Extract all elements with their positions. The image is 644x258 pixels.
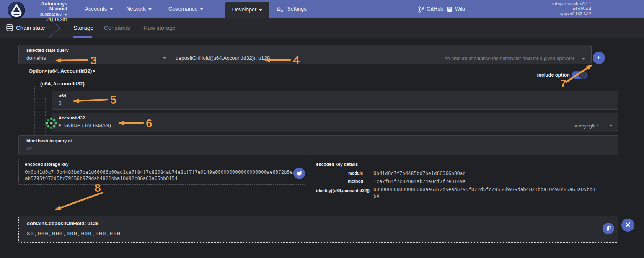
close-icon [625,222,631,227]
detail-identity-label: identity((u64,accountid32)) [316,186,363,193]
annotation-number-7: 7 [560,77,567,90]
wiki-label: Wiki [455,6,465,12]
account-address-short[interactable]: sub5ycgtk7… [573,123,603,129]
menu-governance[interactable]: Governance [168,0,203,18]
menu-settings[interactable]: ⚙⚙ Settings [276,0,307,18]
detail-identity-value: 000000000000000000ae6372b5eab5795f072d5f… [373,186,599,199]
book-icon [447,6,452,12]
tab-raw-storage[interactable]: Raw storage [143,18,176,38]
tab-bar: Chain state Storage Constants Raw storag… [0,18,644,38]
database-icon [6,24,13,32]
param-account-label: AccountId32 [59,116,85,120]
method-description: The amount of balance the nominator hold… [442,56,574,61]
gear-small-icon: ⚙ [280,9,284,13]
chevron-down-icon [110,8,113,10]
close-result-button[interactable] [621,219,634,232]
tab-storage[interactable]: Storage [73,18,94,38]
account-name-value[interactable]: GUIDE (TALISMAN) [59,122,111,128]
chevron-down-icon [259,9,262,11]
chevron-down-icon [148,8,152,10]
chevron-down-icon [610,125,613,127]
menu-accounts-label: Accounts [85,6,107,12]
param-u64-label: u64 [59,93,66,98]
pallet-select[interactable]: domains [26,55,46,61]
result-label: domains.depositOnHold: u128 [27,220,99,226]
network-info: Autonomys Mainnet subspace/5 #4,016,301 [25,2,67,22]
apps-version: apps v0.162.2-12 [505,11,591,16]
option-type-label: Option<(u64, AccountId32)> [29,68,95,74]
param-u64-input[interactable]: 0 [59,100,62,106]
include-option-label: include option [520,72,570,78]
chevron-down-icon [582,58,585,60]
autonomys-logo-icon [8,2,25,19]
account-name-text: GUIDE (TALISMAN) [64,122,111,128]
detail-module-label: module [316,170,363,175]
annotation-arrow-8 [56,193,103,209]
api-version: api v16.4.4 [505,7,591,11]
github-label: GitHub [427,6,443,12]
toggle-knob [579,72,586,79]
version-info: subspace-node v0.1.1 api v16.4.4 apps v0… [505,2,591,16]
chevron-down-icon [64,14,67,16]
menu-developer-label: Developer [232,7,257,13]
encoded-storage-key-box: encoded storage key 0x0b41d0c7f7b4485bd7… [18,159,305,185]
git-branch-icon [418,6,424,13]
tuple-type-label: (u64, AccountId32) [40,81,85,87]
menu-accounts[interactable]: Accounts [85,0,113,18]
encoded-key-details-label: encoded key details [316,162,358,167]
menu-settings-label: Settings [287,6,307,12]
param-u64-box: u64 0 [52,91,618,110]
menu-network-label: Network [126,6,146,12]
blockhash-label: blockhash to query at [26,139,72,143]
active-tab-underline [73,36,92,38]
tab-constants[interactable]: Constants [104,18,130,38]
copy-icon [606,225,611,231]
result-value: 80,000,000,000,000,000,000 [27,230,121,237]
include-option-toggle[interactable] [572,71,587,79]
blockhash-box: blockhash to query at [18,135,618,155]
query-label: selected state query [26,48,69,52]
detail-method-label: method [316,178,363,183]
detail-module-value: 0b41d0c7f7b4485bd7be1d66066b00ad [373,170,603,176]
param-account-box: AccountId32 GUIDE (TALISMAN) sub5ycgtk7… [52,113,618,132]
param-indent-guide [24,75,24,135]
github-link[interactable]: GitHub [418,0,443,18]
best-block-number: #4,016,301 [25,17,67,22]
autonomys-logo[interactable] [8,2,25,19]
detail-method-value: 1ca7f84f7c82084ab74e8cf7f7e0149a [373,178,603,185]
add-query-button[interactable]: + [593,52,605,64]
node-version: subspace-node v0.1.1 [505,2,591,7]
query-result-box: domains.depositOnHold: u128 80,000,000,0… [18,216,618,243]
param-indent-guide [34,86,35,135]
menu-developer-active[interactable]: Developer [225,2,269,18]
chain-label: subspace/5 [40,12,62,16]
network-name: Autonomys Mainnet [25,2,67,11]
state-query-box: selected state query domains depositOnHo… [18,45,592,64]
chain-state-page: Autonomys Mainnet subspace/5 #4,016,301 … [0,0,644,258]
expand-triangle-icon [59,123,61,127]
encoded-storage-key-label: encoded storage key [25,162,68,167]
account-identicon[interactable] [44,116,58,130]
menu-governance-label: Governance [168,6,197,12]
chevron-down-icon [200,8,203,10]
menu-network[interactable]: Network [126,0,152,18]
chevron-down-icon [163,57,166,59]
chain-selector[interactable]: subspace/5 [25,12,67,17]
encoded-storage-key-value: 0x0b41d0c7f7b4485bd7be1d66066b00ad1ca7f8… [25,169,294,181]
blockhash-input[interactable] [26,145,371,151]
copy-result-button[interactable] [603,223,614,234]
method-select[interactable]: depositOnHold((u64,AccountId32)): u128 [176,55,270,61]
wiki-link[interactable]: Wiki [447,0,465,18]
copy-icon [297,170,302,176]
top-navbar: Autonomys Mainnet subspace/5 #4,016,301 … [0,0,644,18]
copy-storage-key-button[interactable] [293,168,305,179]
encoded-key-details-box: encoded key details module 0b41d0c7f7b44… [310,159,618,201]
